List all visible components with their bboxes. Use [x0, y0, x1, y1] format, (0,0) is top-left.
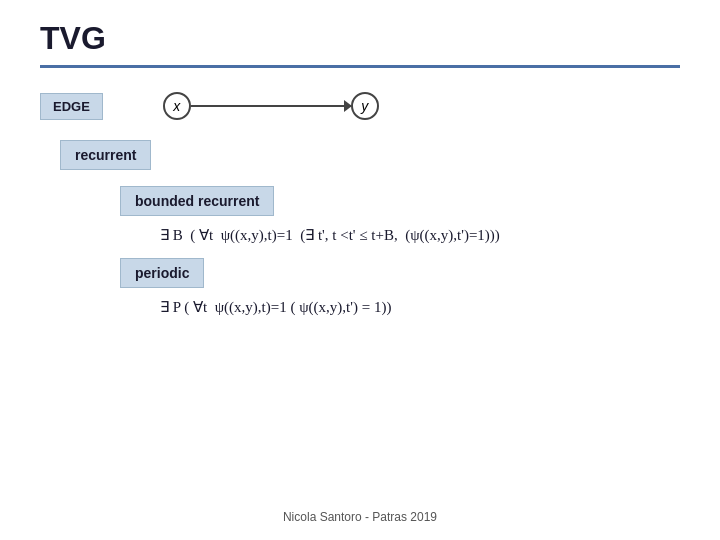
edge-badge: EDGE [40, 93, 103, 120]
periodic-section: periodic ∃ P ( ∀t ψ((x,y),t)=1 ( ψ((x,y)… [80, 258, 680, 316]
recurrent-badge: recurrent [60, 140, 151, 170]
edge-diagram: x y [163, 92, 379, 120]
formula-periodic: ∃ P ( ∀t ψ((x,y),t)=1 ( ψ((x,y),t') = 1)… [160, 298, 680, 316]
node-x: x [163, 92, 191, 120]
bounded-recurrent-section: bounded recurrent ∃ B ( ∀t ψ((x,y),t)=1 … [80, 186, 680, 244]
edge-section: EDGE x y [40, 92, 680, 120]
footer: Nicola Santoro - Patras 2019 [0, 510, 720, 524]
page: TVG EDGE x y recurrent bounded recurrent… [0, 0, 720, 540]
divider [40, 65, 680, 68]
bounded-recurrent-badge: bounded recurrent [120, 186, 274, 216]
periodic-badge: periodic [120, 258, 204, 288]
formula-bounded: ∃ B ( ∀t ψ((x,y),t)=1 (∃ t', t <t' ≤ t+B… [160, 226, 680, 244]
page-title: TVG [40, 20, 680, 57]
edge-arrow [191, 105, 351, 107]
node-y: y [351, 92, 379, 120]
recurrent-section: recurrent [60, 140, 680, 186]
